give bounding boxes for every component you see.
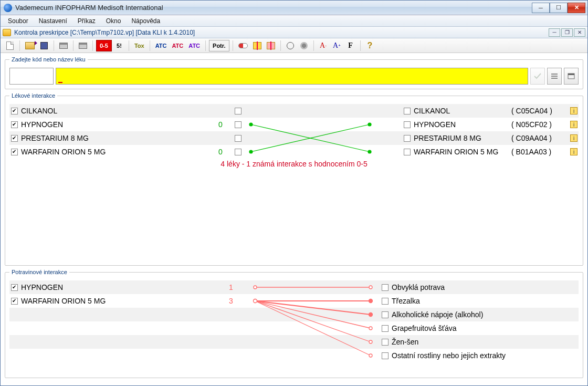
window-icon xyxy=(567,72,575,80)
new-button[interactable] xyxy=(4,40,16,51)
food-interactions-fieldset: Potravinové interakce xyxy=(5,269,583,378)
font-a-red-icon: A xyxy=(320,41,325,50)
drug-right-checkbox[interactable] xyxy=(404,108,411,114)
food-right-name: Třezalka xyxy=(390,297,579,305)
content-area: Zadejte kód nebo název léku Lékové inter… xyxy=(1,53,587,385)
food-row: Žen-šen xyxy=(9,335,579,349)
mdi-restore-button[interactable]: ❐ xyxy=(561,28,573,37)
search-confirm-button[interactable] xyxy=(530,68,545,85)
info-icon[interactable]: i xyxy=(570,107,578,114)
print-multi-button[interactable] xyxy=(77,40,89,51)
window-title: Vademecum INFOPHARM Medisoft Internation… xyxy=(15,4,532,12)
food-row: Grapefruitová šťáva xyxy=(9,321,579,335)
help-icon: ? xyxy=(368,41,373,50)
font-a-blue-icon: A xyxy=(333,41,338,50)
info-icon[interactable]: i xyxy=(570,121,578,128)
mdi-close-button[interactable]: ✕ xyxy=(574,28,585,37)
drug-right-name: WARFARIN ORION 5 MG xyxy=(412,148,511,156)
drug-interactions-fieldset: Lékové interakce CILKANOLCILKANOL( C05CA… xyxy=(5,92,583,266)
drug-right-checkbox[interactable] xyxy=(404,135,411,142)
drug-left-name: PRESTARIUM 8 MG xyxy=(19,134,208,142)
search-code-input[interactable] xyxy=(9,68,54,85)
menu-napoveda[interactable]: Nápověda xyxy=(126,16,165,26)
app-icon xyxy=(4,4,12,12)
maximize-button[interactable]: ☐ xyxy=(550,3,568,13)
food-left-name: HYPNOGEN xyxy=(19,283,218,291)
close-button[interactable]: ✕ xyxy=(568,3,585,13)
drug-row: CILKANOLCILKANOL( C05CA04 )i xyxy=(9,104,579,118)
tox-button[interactable]: Tox xyxy=(132,40,146,51)
info-icon[interactable]: i xyxy=(570,134,578,142)
food-right-name: Ostatní rostliny nebo jejich extrakty xyxy=(390,351,579,360)
search-window-button[interactable] xyxy=(564,68,579,85)
smiley-button[interactable] xyxy=(284,40,297,51)
atc-blue-button[interactable]: ATC xyxy=(153,40,169,51)
settings-button[interactable] xyxy=(298,40,310,51)
food-row: Ostatní rostliny nebo jejich extrakty xyxy=(9,349,579,362)
drug-left-checkbox[interactable] xyxy=(11,108,18,114)
search-fieldset: Zadejte kód nebo název léku xyxy=(5,56,583,89)
print-button[interactable] xyxy=(57,40,70,51)
food-right-checkbox[interactable] xyxy=(382,352,388,359)
food-left-checkbox[interactable] xyxy=(11,298,18,305)
menubar: Soubor Nastavení Příkaz Okno Nápověda xyxy=(1,15,587,27)
menu-soubor[interactable]: Soubor xyxy=(3,16,34,26)
drug-right-name: HYPNOGEN xyxy=(412,120,511,129)
drug-row: PRESTARIUM 8 MGPRESTARIUM 8 MG( C09AA04 … xyxy=(9,131,579,145)
document-header: Kontrola preskripce [C:\Temp\Tmp7102.vp]… xyxy=(1,27,587,38)
drug-right-name: CILKANOL xyxy=(412,107,511,115)
menu-okno[interactable]: Okno xyxy=(101,16,127,26)
atc-red-button[interactable]: ATC xyxy=(170,40,185,51)
font-smaller-button[interactable]: A- xyxy=(317,40,330,51)
food-right-checkbox[interactable] xyxy=(382,284,388,291)
drug-right-checkbox[interactable] xyxy=(404,121,411,128)
drug-atc-code: ( C05CA04 ) xyxy=(511,107,569,115)
atc-purple-button[interactable]: ATC xyxy=(186,40,202,51)
food-value: 3 xyxy=(218,297,244,305)
pill-button[interactable] xyxy=(236,40,250,51)
save-button[interactable] xyxy=(38,40,50,51)
drug-right-checkbox[interactable] xyxy=(404,149,411,155)
drug-mid-checkbox[interactable] xyxy=(235,121,242,128)
search-name-input[interactable] xyxy=(56,68,528,85)
drug-mid-checkbox[interactable] xyxy=(235,135,242,142)
food-right-checkbox[interactable] xyxy=(382,311,388,318)
drug-left-checkbox[interactable] xyxy=(11,149,18,155)
food-interactions-legend: Potravinové interakce xyxy=(9,269,69,275)
book-button[interactable] xyxy=(251,40,264,51)
food-right-name: Žen-šen xyxy=(390,338,579,346)
font-larger-button[interactable]: A+ xyxy=(331,40,343,51)
window-buttons: ─ ☐ ✕ xyxy=(532,3,585,13)
smiley-icon xyxy=(287,42,294,49)
printer-multi-icon xyxy=(79,43,87,49)
menu-prikaz[interactable]: Příkaz xyxy=(72,16,101,26)
food-right-checkbox[interactable] xyxy=(382,325,388,332)
search-list-button[interactable] xyxy=(547,68,562,85)
pill-icon xyxy=(238,43,248,48)
potr-button[interactable]: Potr. xyxy=(209,40,229,51)
font-f-button[interactable]: F xyxy=(344,40,357,51)
food-left-checkbox[interactable] xyxy=(11,284,18,291)
info-icon[interactable]: i xyxy=(570,148,578,155)
disk-icon xyxy=(40,42,48,49)
drug-mid-checkbox[interactable] xyxy=(235,149,242,155)
drug-atc-code: ( C09AA04 ) xyxy=(511,134,569,142)
minimize-button[interactable]: ─ xyxy=(532,3,550,13)
drug-left-checkbox[interactable] xyxy=(11,121,18,128)
food-row: HYPNOGEN1Obvyklá potrava xyxy=(9,280,579,294)
food-right-checkbox[interactable] xyxy=(382,298,388,305)
check-icon xyxy=(533,72,542,80)
menu-nastaveni[interactable]: Nastavení xyxy=(34,16,72,26)
mdi-minimize-button[interactable]: ─ xyxy=(549,28,560,37)
drug-left-checkbox[interactable] xyxy=(11,135,18,142)
drug-mid-checkbox[interactable] xyxy=(235,108,242,114)
help-button[interactable]: ? xyxy=(364,40,376,51)
filter-5-button[interactable]: 5! xyxy=(113,40,125,51)
filter-0-5-button[interactable]: 0-5 xyxy=(96,40,112,51)
book2-button[interactable] xyxy=(265,40,277,51)
food-right-checkbox[interactable] xyxy=(382,339,388,346)
titlebar: Vademecum INFOPHARM Medisoft Internation… xyxy=(1,1,587,15)
drug-left-name: HYPNOGEN xyxy=(19,120,208,129)
new-file-icon xyxy=(6,41,14,50)
drug-left-name: WARFARIN ORION 5 MG xyxy=(19,148,208,156)
